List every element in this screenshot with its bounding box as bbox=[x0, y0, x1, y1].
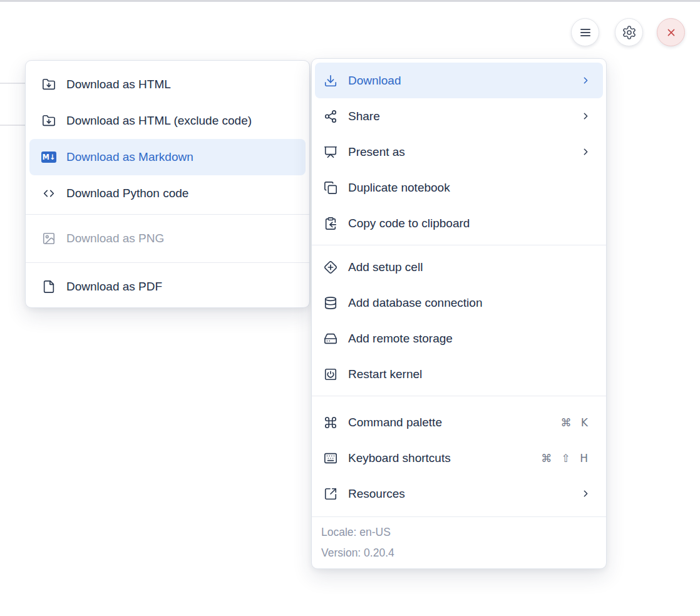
menu-item-share[interactable]: Share bbox=[312, 98, 606, 134]
menu-item-label: Keyboard shortcuts bbox=[348, 451, 531, 465]
presentation-icon bbox=[323, 145, 338, 160]
hamburger-menu-icon bbox=[578, 25, 593, 40]
download-icon bbox=[323, 73, 338, 88]
menu-item-label: Download Python code bbox=[66, 187, 294, 200]
menu-item-label: Add remote storage bbox=[348, 332, 591, 346]
menu-item-keyboard-shortcuts[interactable]: Keyboard shortcuts ⌘ ⇧ H bbox=[312, 440, 606, 476]
menu-section-kernel: Add setup cell Add database connection A… bbox=[312, 245, 606, 396]
shutdown-button[interactable] bbox=[657, 18, 685, 46]
hard-drive-icon bbox=[323, 331, 338, 346]
menu-item-command-palette[interactable]: Command palette ⌘ K bbox=[312, 404, 606, 440]
menu-item-label: Download as Markdown bbox=[66, 150, 294, 164]
menu-item-copy-code[interactable]: Copy code to clipboard bbox=[312, 205, 606, 241]
keyboard-shortcut-hint: ⌘ K bbox=[560, 416, 591, 429]
version-text: Version: 0.20.4 bbox=[321, 543, 591, 563]
menu-section-share: Download Share Present as bbox=[312, 59, 606, 245]
chevron-right-icon bbox=[580, 488, 591, 499]
file-icon bbox=[41, 279, 56, 294]
code-icon bbox=[41, 186, 56, 201]
menu-item-label: Download bbox=[348, 74, 570, 88]
background-divider bbox=[0, 125, 26, 126]
locale-text: Locale: en-US bbox=[321, 522, 591, 543]
menu-item-download[interactable]: Download bbox=[315, 63, 603, 98]
external-link-icon bbox=[323, 486, 338, 501]
menu-item-label: Duplicate notebook bbox=[348, 181, 591, 195]
menu-item-label: Present as bbox=[348, 145, 570, 159]
chevron-right-icon bbox=[580, 146, 591, 157]
menu-item-label: Add database connection bbox=[348, 296, 591, 310]
menu-item-label: Share bbox=[348, 110, 570, 123]
keyboard-shortcut-hint: ⌘ ⇧ H bbox=[541, 452, 591, 465]
database-icon bbox=[323, 295, 338, 311]
menu-section-help: Command palette ⌘ K Keyboard shortcuts ⌘… bbox=[312, 396, 606, 516]
gear-icon bbox=[622, 25, 637, 40]
markdown-icon: M↓ bbox=[41, 151, 56, 163]
notebook-menu-button[interactable] bbox=[571, 18, 599, 46]
download-submenu: Download as HTML Download as HTML (exclu… bbox=[25, 60, 310, 308]
submenu-section-pdf: Download as PDF bbox=[26, 263, 309, 307]
image-icon bbox=[41, 231, 56, 246]
menu-item-label: Download as PDF bbox=[66, 280, 294, 294]
notebook-actions-menu: Download Share Present as bbox=[311, 58, 607, 569]
close-x-icon bbox=[664, 26, 678, 39]
chevron-right-icon bbox=[580, 75, 591, 86]
menu-item-label: Copy code to clipboard bbox=[348, 217, 591, 230]
menu-item-restart-kernel[interactable]: Restart kernel bbox=[312, 356, 606, 392]
command-icon bbox=[323, 415, 338, 430]
chevron-right-icon bbox=[580, 111, 591, 121]
menu-item-present-as[interactable]: Present as bbox=[312, 134, 606, 170]
menu-item-label: Download as HTML bbox=[66, 78, 294, 91]
menu-item-download-html[interactable]: Download as HTML bbox=[26, 66, 309, 103]
menu-item-label: Command palette bbox=[348, 416, 550, 429]
menu-item-download-markdown[interactable]: M↓ Download as Markdown bbox=[29, 139, 306, 175]
page-top-border bbox=[0, 0, 700, 2]
keyboard-icon bbox=[323, 451, 338, 466]
power-square-icon bbox=[323, 367, 338, 382]
menu-footer: Locale: en-US Version: 0.20.4 bbox=[312, 517, 606, 568]
menu-item-label: Download as PNG bbox=[66, 232, 294, 245]
menu-item-add-database-connection[interactable]: Add database connection bbox=[312, 285, 606, 321]
menu-item-download-png: Download as PNG bbox=[26, 220, 309, 257]
folder-down-icon bbox=[41, 77, 56, 92]
menu-item-download-pdf[interactable]: Download as PDF bbox=[26, 269, 309, 305]
menu-item-duplicate-notebook[interactable]: Duplicate notebook bbox=[312, 170, 606, 205]
menu-item-label: Restart kernel bbox=[348, 367, 591, 381]
menu-item-download-python-code[interactable]: Download Python code bbox=[26, 175, 309, 212]
folder-down-icon bbox=[41, 113, 56, 128]
menu-item-add-remote-storage[interactable]: Add remote storage bbox=[312, 321, 606, 356]
clipboard-copy-icon bbox=[323, 216, 338, 231]
duplicate-pages-icon bbox=[323, 180, 338, 195]
submenu-section-documents: Download as HTML Download as HTML (exclu… bbox=[26, 61, 309, 214]
background-divider bbox=[0, 83, 26, 84]
menu-item-add-setup-cell[interactable]: Add setup cell bbox=[312, 249, 606, 285]
menu-item-label: Resources bbox=[348, 487, 570, 501]
menu-item-label: Download as HTML (exclude code) bbox=[66, 114, 294, 128]
settings-button[interactable] bbox=[615, 18, 643, 46]
submenu-section-png: Download as PNG bbox=[26, 215, 309, 262]
share-icon bbox=[323, 109, 338, 124]
menu-item-resources[interactable]: Resources bbox=[312, 476, 606, 511]
diamond-plus-icon bbox=[323, 260, 338, 275]
menu-item-download-html-exclude-code[interactable]: Download as HTML (exclude code) bbox=[26, 103, 309, 139]
menu-item-label: Add setup cell bbox=[348, 260, 591, 274]
